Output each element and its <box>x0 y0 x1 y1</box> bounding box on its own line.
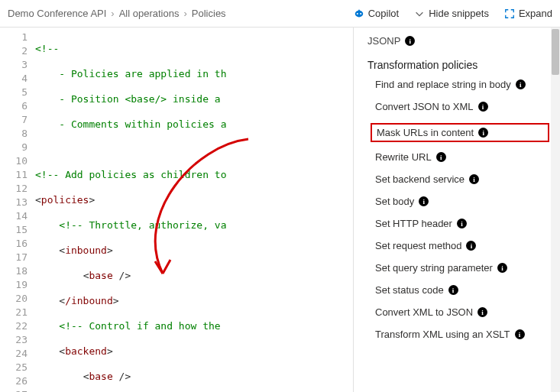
info-icon[interactable]: i <box>457 219 467 228</box>
policy-label: Set HTTP header <box>375 218 452 229</box>
crumb-api[interactable]: Demo Conference API <box>8 8 106 19</box>
policy-label: Set backend service <box>375 173 465 185</box>
info-icon[interactable]: i <box>419 196 429 206</box>
copilot-label: Copilot <box>368 8 399 19</box>
policy-label: Convert JSON to XML <box>375 101 474 112</box>
policy-item-find-replace[interactable]: Find and replace string in bodyi <box>375 79 549 90</box>
code-tag: /inbound <box>65 295 113 306</box>
code-tag: inbound <box>65 245 107 256</box>
policy-label: Rewrite URL <box>375 151 432 163</box>
info-icon[interactable]: i <box>515 329 525 339</box>
main-area: 1234567891011121314151617181920212223242… <box>0 28 560 392</box>
policy-item-xml-to-json[interactable]: Convert XML to JSONi <box>375 306 549 318</box>
code-tag: backend <box>65 345 107 357</box>
code-editor[interactable]: 1234567891011121314151617181920212223242… <box>0 28 354 392</box>
policy-item-set-http-header[interactable]: Set HTTP headeri <box>375 218 549 229</box>
chevron-down-icon <box>414 8 425 19</box>
crumb-policies[interactable]: Policies <box>192 8 226 19</box>
code-text: <!-- Throttle, authorize, va <box>59 219 226 231</box>
code-tag: policies <box>41 194 89 206</box>
policy-item-xslt[interactable]: Transform XML using an XSLTi <box>375 329 549 340</box>
svg-point-0 <box>354 10 363 17</box>
hide-snippets-label: Hide snippets <box>429 8 489 19</box>
policy-label: Transform XML using an XSLT <box>375 329 510 340</box>
policy-item-rewrite-url[interactable]: Rewrite URLi <box>375 151 549 163</box>
policy-item-set-query-string[interactable]: Set query string parameteri <box>375 262 549 274</box>
breadcrumb: Demo Conference API › All operations › P… <box>8 8 354 19</box>
copilot-button[interactable]: Copilot <box>354 8 399 19</box>
info-icon[interactable]: i <box>497 263 507 273</box>
policy-item-set-status-code[interactable]: Set status codei <box>375 284 549 296</box>
info-icon[interactable]: i <box>436 152 446 162</box>
policy-label: JSONP <box>367 35 400 47</box>
code-content[interactable]: <!-- - Policies are applied in th - Posi… <box>35 28 353 392</box>
code-text: <!-- Control if and how the <box>59 320 226 332</box>
policy-label: Set query string parameter <box>375 262 493 274</box>
scrollbar-vertical[interactable] <box>551 28 560 392</box>
policy-item-set-body[interactable]: Set bodyi <box>375 196 549 207</box>
toolbar-actions: Copilot Hide snippets Expand <box>354 8 552 19</box>
top-bar: Demo Conference API › All operations › P… <box>0 0 560 28</box>
policy-label: Set body <box>375 196 414 207</box>
policy-item-set-request-method[interactable]: Set request methodi <box>375 240 549 251</box>
code-text: <!-- Add policies as children to <box>35 169 226 180</box>
policy-label: Convert XML to JSON <box>375 306 473 318</box>
policy-label: Set request method <box>375 240 461 251</box>
info-icon[interactable]: i <box>477 307 487 317</box>
code-text: - Policies are applied in th <box>35 68 226 79</box>
hide-snippets-button[interactable]: Hide snippets <box>414 8 489 19</box>
expand-label: Expand <box>519 8 552 19</box>
info-icon[interactable]: i <box>466 241 476 251</box>
info-icon[interactable]: i <box>478 128 488 138</box>
policy-item-json-to-xml[interactable]: Convert JSON to XMLi <box>375 101 549 112</box>
section-heading: Transformation policies <box>367 59 549 71</box>
code-text: <!-- <box>35 43 59 54</box>
policy-item-jsonp[interactable]: JSONP i <box>367 35 549 47</box>
expand-icon <box>504 8 515 19</box>
chevron-right-icon: › <box>183 8 186 19</box>
copilot-icon <box>354 8 364 19</box>
svg-rect-3 <box>358 9 360 11</box>
code-text: - Position <base/> inside a <box>35 93 226 105</box>
scrollbar-thumb[interactable] <box>552 29 559 75</box>
policy-item-mask-urls[interactable]: Mask URLs in contenti <box>371 123 549 142</box>
code-tag: base <box>89 270 112 281</box>
info-icon[interactable]: i <box>516 79 526 89</box>
policy-item-set-backend[interactable]: Set backend servicei <box>375 173 549 185</box>
snippets-panel: JSONP i Transformation policies Find and… <box>354 28 560 392</box>
info-icon[interactable]: i <box>469 174 479 184</box>
policy-label: Find and replace string in body <box>375 79 511 90</box>
expand-button[interactable]: Expand <box>504 8 552 19</box>
svg-point-2 <box>360 12 361 14</box>
line-gutter: 1234567891011121314151617181920212223242… <box>0 28 35 392</box>
code-tag: base <box>89 371 112 382</box>
chevron-right-icon: › <box>111 8 114 19</box>
info-icon[interactable]: i <box>448 285 458 295</box>
info-icon[interactable]: i <box>405 36 415 46</box>
code-text: - Comments within policies a <box>35 118 226 130</box>
crumb-ops[interactable]: All operations <box>119 8 180 19</box>
info-icon[interactable]: i <box>478 102 488 112</box>
policy-label: Set status code <box>375 284 444 296</box>
svg-point-1 <box>356 12 358 14</box>
policy-label: Mask URLs in content <box>377 127 474 138</box>
